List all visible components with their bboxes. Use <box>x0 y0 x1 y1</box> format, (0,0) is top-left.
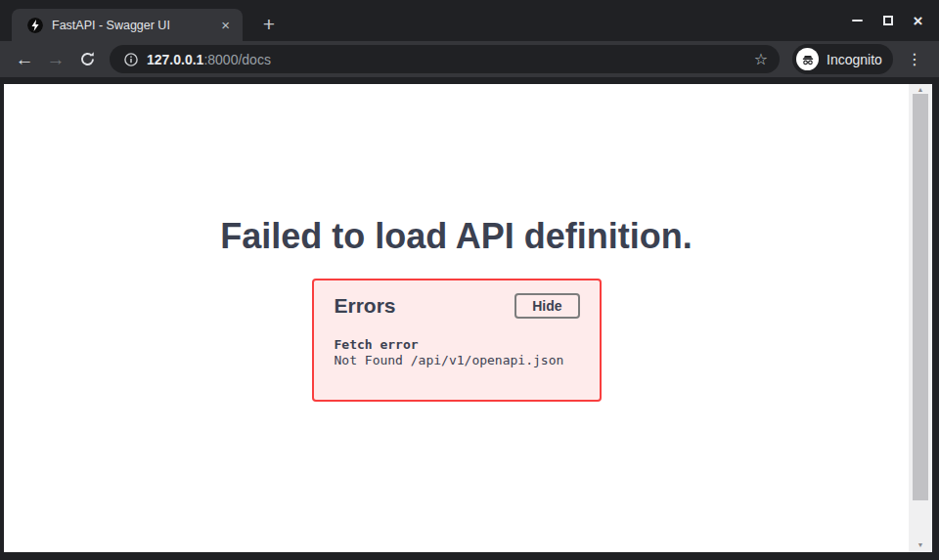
reload-icon <box>79 51 96 67</box>
scrollbar-thumb[interactable] <box>913 94 928 500</box>
browser-toolbar: ← → 127.0.0.1:8000/docs ☆ <box>0 41 939 77</box>
minimize-icon <box>852 20 863 22</box>
error-item: Fetch error Not Found /api/v1/openapi.js… <box>335 337 564 368</box>
swagger-ui-root: Failed to load API definition. Errors Hi… <box>4 84 909 552</box>
site-info-icon[interactable] <box>124 53 138 66</box>
page-content: Failed to load API definition. Errors Hi… <box>4 84 932 552</box>
address-bar[interactable]: 127.0.0.1:8000/docs ☆ <box>110 45 780 73</box>
window-title-bar: FastAPI - Swagger UI × + × <box>0 0 939 41</box>
page-title: Failed to load API definition. <box>220 217 693 256</box>
maximize-button[interactable] <box>872 8 903 33</box>
back-button[interactable]: ← <box>12 41 37 77</box>
url-host: 127.0.0.1 <box>147 52 203 67</box>
incognito-label: Incognito <box>827 52 882 67</box>
error-message: Not Found /api/v1/openapi.json <box>335 353 564 368</box>
errors-panel-title: Errors <box>335 294 396 318</box>
vertical-scrollbar[interactable]: ▲ ▼ <box>909 84 932 552</box>
window-controls: × <box>842 8 933 33</box>
browser-tab[interactable]: FastAPI - Swagger UI × <box>12 9 243 41</box>
minimize-button[interactable] <box>842 8 872 33</box>
bookmark-star-icon[interactable]: ☆ <box>754 52 768 67</box>
new-tab-button[interactable]: + <box>256 13 282 38</box>
errors-panel: Errors Hide Fetch error Not Found /api/v… <box>312 279 602 402</box>
incognito-icon <box>796 48 819 70</box>
fastapi-favicon-icon <box>27 18 43 33</box>
tab-close-icon[interactable]: × <box>218 18 233 32</box>
url-text[interactable]: 127.0.0.1:8000/docs <box>147 52 754 67</box>
url-path: :8000/docs <box>203 52 271 67</box>
incognito-badge: Incognito <box>792 44 893 74</box>
tab-title: FastAPI - Swagger UI <box>52 19 218 32</box>
forward-button[interactable]: → <box>43 41 68 77</box>
browser-menu-icon[interactable]: ⋮ <box>902 41 927 77</box>
reload-button[interactable] <box>74 41 100 77</box>
scroll-down-icon[interactable]: ▼ <box>909 539 932 551</box>
close-icon: × <box>914 13 923 29</box>
hide-errors-button[interactable]: Hide <box>514 293 579 319</box>
error-title: Fetch error <box>335 337 564 353</box>
close-button[interactable]: × <box>903 8 933 33</box>
maximize-icon <box>883 16 893 25</box>
